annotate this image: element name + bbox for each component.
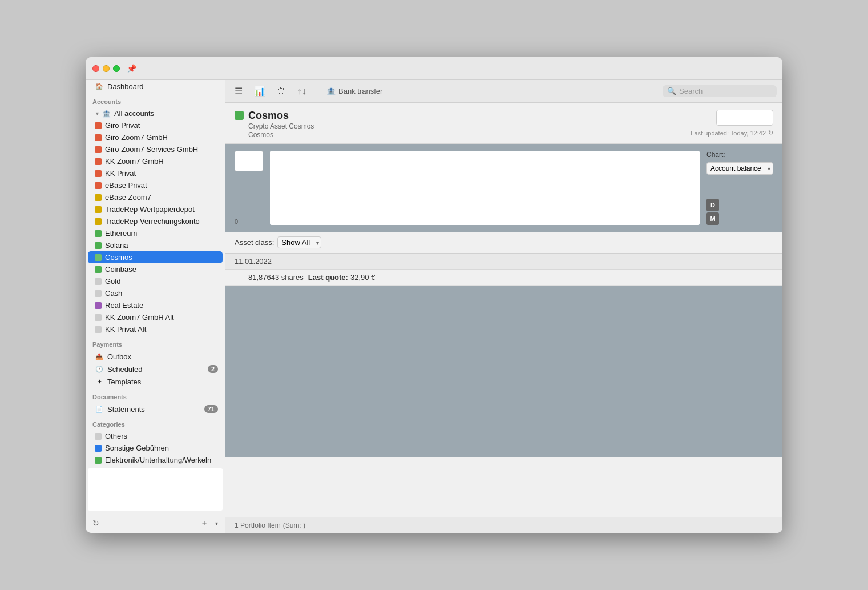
sidebar-item-giro-zoom7-gmbh[interactable]: Giro Zoom7 GmbH bbox=[88, 131, 223, 143]
chart-month-button[interactable]: M bbox=[706, 212, 719, 225]
asset-class-select[interactable]: Show All Stocks Crypto Other bbox=[277, 236, 321, 248]
sidebar-item-outbox[interactable]: 📤 Outbox bbox=[88, 350, 223, 363]
sidebar-item-real-estate[interactable]: Real Estate bbox=[88, 299, 223, 311]
all-accounts-label: All accounts bbox=[114, 109, 154, 118]
sidebar-item-kk-zoom7-gmbh[interactable]: KK Zoom7 GmbH bbox=[88, 155, 223, 167]
add-options-button[interactable]: ▾ bbox=[213, 519, 220, 528]
content-area: ☰ 📊 ⏱ ↑↓ 🏦 Bank transfer 🔍 Cosmos bbox=[225, 80, 782, 533]
chart-main bbox=[270, 151, 700, 225]
sidebar-item-ebase-privat[interactable]: eBase Privat bbox=[88, 179, 223, 191]
refresh-button[interactable]: ↻ bbox=[90, 517, 102, 529]
account-type: Crypto Asset Cosmos bbox=[248, 122, 691, 130]
sidebar-item-giro-privat[interactable]: Giro Privat bbox=[88, 119, 223, 131]
sidebar-item-ebase-zoom7[interactable]: eBase Zoom7 bbox=[88, 191, 223, 203]
account-color-dot bbox=[95, 134, 102, 141]
close-button[interactable] bbox=[92, 65, 99, 72]
account-label: TradeRep Wertpapierdepot bbox=[105, 205, 195, 214]
account-label: Solana bbox=[105, 241, 128, 250]
account-color-dot bbox=[95, 170, 102, 177]
sidebar-item-solana[interactable]: Solana bbox=[88, 239, 223, 251]
account-color-dot bbox=[95, 254, 102, 261]
category-color-dot bbox=[95, 445, 102, 452]
portfolio-table: 11.01.2022 81,87643 shares Last quote: 3… bbox=[225, 254, 782, 517]
portfolio-shares: 81,87643 shares bbox=[248, 273, 304, 282]
all-accounts-bank-icon: 🏦 bbox=[102, 110, 111, 118]
account-label: Coinbase bbox=[105, 265, 136, 274]
account-label: Giro Privat bbox=[105, 121, 140, 130]
sidebar-item-kk-privat[interactable]: KK Privat bbox=[88, 167, 223, 179]
portfolio-last-quote-label: Last quote: bbox=[308, 273, 348, 282]
sidebar-item-elektronik[interactable]: Elektronik/Unterhaltung/Werkeln bbox=[88, 454, 223, 466]
portfolio-last-quote-value: 32,90 € bbox=[350, 273, 375, 282]
search-input[interactable] bbox=[679, 87, 772, 95]
add-button[interactable]: ＋ bbox=[198, 517, 211, 529]
account-label: Giro Zoom7 Services GmbH bbox=[105, 145, 198, 154]
clock-button[interactable]: ⏱ bbox=[273, 84, 289, 99]
account-label: KK Privat bbox=[105, 169, 136, 178]
sidebar-item-cash[interactable]: Cash bbox=[88, 287, 223, 299]
search-icon: 🔍 bbox=[667, 87, 676, 95]
sidebar-item-dashboard[interactable]: 🏠 Dashboard bbox=[88, 80, 223, 93]
transfer-up-button[interactable]: ↑↓ bbox=[294, 84, 310, 99]
sidebar-item-others[interactable]: Others bbox=[88, 430, 223, 442]
hamburger-button[interactable]: ☰ bbox=[231, 83, 246, 99]
chart-day-button[interactable]: D bbox=[706, 199, 719, 211]
sidebar-item-sonstige[interactable]: Sonstige Gebühren bbox=[88, 442, 223, 454]
account-color-dot bbox=[95, 218, 102, 225]
sidebar-item-giro-zoom7-services[interactable]: Giro Zoom7 Services GmbH bbox=[88, 143, 223, 155]
sidebar-item-gold[interactable]: Gold bbox=[88, 275, 223, 287]
sidebar-item-scheduled[interactable]: 🕐 Scheduled 2 bbox=[88, 363, 223, 375]
sidebar-item-traderep-verrech[interactable]: TradeRep Verrechungskonto bbox=[88, 215, 223, 227]
asset-filter-bar: Asset class: Show All Stocks Crypto Othe… bbox=[225, 232, 782, 254]
chart-right: Chart: Account balance Performance Profi… bbox=[706, 151, 773, 225]
minimize-button[interactable] bbox=[103, 65, 110, 72]
sidebar-item-cosmos[interactable]: Cosmos bbox=[88, 251, 223, 263]
outbox-icon: 📤 bbox=[95, 352, 104, 361]
account-label: KK Privat Alt bbox=[105, 325, 146, 334]
outbox-label: Outbox bbox=[107, 352, 131, 361]
account-color-dot bbox=[95, 194, 102, 201]
sidebar-item-traderep-depot[interactable]: TradeRep Wertpapierdepot bbox=[88, 203, 223, 215]
account-color-dot bbox=[95, 314, 102, 321]
portfolio-item-row[interactable]: 81,87643 shares Last quote: 32,90 € bbox=[225, 270, 782, 286]
maximize-button[interactable] bbox=[113, 65, 120, 72]
account-label: Gold bbox=[105, 277, 120, 286]
sidebar-item-templates[interactable]: ✦ Templates bbox=[88, 375, 223, 388]
portfolio-empty-area bbox=[225, 286, 782, 457]
sidebar-item-coinbase[interactable]: Coinbase bbox=[88, 263, 223, 275]
pin-icon: 📌 bbox=[127, 64, 136, 73]
bank-transfer-button[interactable]: 🏦 Bank transfer bbox=[322, 85, 387, 98]
titlebar: 📌 bbox=[86, 57, 782, 80]
scheduled-badge: 2 bbox=[208, 365, 218, 373]
accounts-list: Giro Privat Giro Zoom7 GmbH Giro Zoom7 S… bbox=[86, 119, 225, 335]
account-color-dot bbox=[95, 146, 102, 153]
category-label: Others bbox=[105, 432, 127, 440]
asset-filter-wrapper: Show All Stocks Crypto Other bbox=[277, 236, 321, 248]
account-color-dot bbox=[95, 302, 102, 309]
chart-label: Chart: bbox=[706, 151, 725, 159]
account-label: Real Estate bbox=[105, 301, 143, 310]
sidebar-item-statements[interactable]: 📄 Statements 71 bbox=[88, 403, 223, 415]
sidebar-item-kk-zoom7-alt[interactable]: KK Zoom7 GmbH Alt bbox=[88, 311, 223, 323]
main-window: 📌 🏠 Dashboard Accounts ▼ 🏦 All accounts … bbox=[86, 57, 782, 533]
chart-area: 0 Chart: Account balance Performance Pro… bbox=[225, 144, 782, 232]
expand-arrow-icon: ▼ bbox=[95, 111, 100, 117]
account-label: Ethereum bbox=[105, 229, 137, 238]
accounts-section-label: Accounts bbox=[86, 93, 225, 107]
statements-icon: 📄 bbox=[95, 404, 104, 414]
chart-select[interactable]: Account balance Performance Profit bbox=[706, 162, 773, 175]
account-color-dot bbox=[95, 182, 102, 189]
account-label: TradeRep Verrechungskonto bbox=[105, 217, 200, 226]
sidebar-dashboard-label: Dashboard bbox=[107, 82, 144, 91]
sidebar-item-kk-privat-alt[interactable]: KK Privat Alt bbox=[88, 323, 223, 335]
sidebar-item-ethereum[interactable]: Ethereum bbox=[88, 227, 223, 239]
account-green-icon bbox=[235, 111, 244, 120]
category-color-dot bbox=[95, 433, 102, 440]
statements-label: Statements bbox=[107, 405, 145, 414]
chart-button[interactable]: 📊 bbox=[251, 83, 269, 99]
refresh-icon[interactable]: ↻ bbox=[768, 129, 773, 137]
sidebar-item-all-accounts[interactable]: ▼ 🏦 All accounts bbox=[88, 107, 223, 119]
account-title: Cosmos bbox=[248, 110, 691, 122]
portfolio-date-row: 11.01.2022 bbox=[225, 254, 782, 270]
account-color-dot bbox=[95, 290, 102, 297]
